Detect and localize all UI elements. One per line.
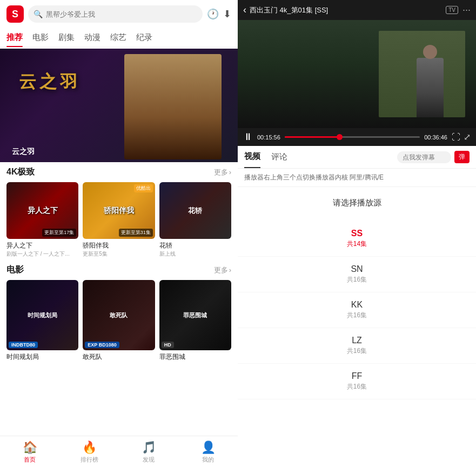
progress-dot (337, 134, 343, 140)
section-movie: 电影 更多 › 时间规划局 INDBTD80 时间规划局 (0, 260, 238, 364)
source-name-ss: SS (351, 229, 363, 238)
bottom-nav: 🏠 首页 🔥 排行榜 🎵 发现 👤 我的 (0, 436, 238, 467)
source-name-lz: LZ (352, 336, 362, 345)
progress-bar[interactable] (285, 136, 420, 138)
card-badge-1: 更新至第17集 (42, 229, 76, 237)
source-item-sn[interactable]: SN 共16集 (238, 257, 476, 292)
nav-discover[interactable]: 🎵 发现 (119, 436, 178, 467)
section-movie-title: 电影 (6, 264, 24, 276)
source-count-lz: 共16集 (347, 346, 367, 356)
nav-tab-variety[interactable]: 综艺 (110, 28, 126, 47)
section-movie-header: 电影 更多 › (6, 264, 231, 276)
search-bar[interactable]: 🔍 (28, 5, 203, 23)
nav-home-label: 首页 (24, 456, 36, 464)
movie-title-2: 敢死队 (83, 352, 155, 362)
source-name-kk: KK (351, 300, 363, 310)
header-icons: 🕐 ⬇ (207, 8, 231, 20)
banner-figure (124, 54, 222, 159)
source-count-kk: 共16集 (347, 311, 367, 320)
movie-badge-3: HD (162, 342, 174, 348)
card-title-1: 异人之下 (6, 241, 78, 250)
card-sub-3: 新上线 (159, 250, 231, 258)
card-sub-1: 剧版一人之下 / 一人之下... (6, 250, 78, 258)
search-icon: 🔍 (33, 10, 43, 18)
time-total: 00:36:46 (424, 134, 447, 141)
video-tabs: 视频 评论 弹 (238, 146, 476, 169)
download-icon[interactable]: ⬇ (223, 8, 231, 20)
fire-icon: 🔥 (82, 441, 97, 455)
video-screen[interactable] (238, 20, 476, 128)
movie-card-gansidui[interactable]: 敢死队 EXP BD1080 敢死队 (83, 280, 155, 362)
app-logo: S (6, 5, 24, 23)
source-item-kk[interactable]: KK 共16集 (238, 292, 476, 328)
nav-tab-drama[interactable]: 剧集 (58, 28, 75, 47)
tab-video[interactable]: 视频 (244, 146, 260, 168)
cards-row-4k: 异人之下 更新至第17集 异人之下 剧版一人之下 / 一人之下... 骄阳伴我 … (6, 182, 231, 258)
banner-chinese-title: 云之羽 (19, 70, 81, 94)
video-scene (238, 20, 476, 128)
right-panel: ‹ 西出玉门 4k_第01集 [SS] TV ··· ⏸ 00:15:56 00… (238, 0, 476, 467)
nav-tab-anime[interactable]: 动漫 (84, 28, 100, 47)
main-banner[interactable]: 云之羽 云之羽 (0, 49, 238, 162)
source-count-ff: 共16集 (347, 382, 367, 391)
tv-badge: TV (446, 6, 458, 14)
movie-badge-1: INDBTD80 (9, 342, 38, 348)
nav-tab-documentary[interactable]: 纪录 (136, 28, 152, 47)
danmu-input[interactable] (397, 151, 451, 163)
source-count-sn: 共16集 (347, 275, 367, 284)
control-icons: ⛶ ⤢ (452, 132, 471, 142)
nav-profile[interactable]: 👤 我的 (178, 436, 238, 467)
video-header-icons: TV ··· (446, 4, 471, 16)
nav-profile-label: 我的 (202, 456, 214, 464)
more-icon[interactable]: ··· (462, 4, 471, 16)
section-movie-more[interactable]: 更多 › (214, 265, 231, 275)
card-yirenzhixia[interactable]: 异人之下 更新至第17集 异人之下 剧版一人之下 / 一人之下... (6, 182, 78, 258)
source-prompt: 请选择播放源 (333, 198, 381, 208)
nav-home[interactable]: 🏠 首页 (0, 436, 59, 467)
fullscreen-icon[interactable]: ⛶ (452, 132, 460, 142)
nav-discover-label: 发现 (143, 456, 155, 464)
source-name-sn: SN (351, 264, 363, 274)
tab-comment[interactable]: 评论 (271, 146, 287, 168)
expand-icon[interactable]: ⤢ (464, 132, 471, 142)
movie-title-3: 罪恶围城 (159, 352, 231, 362)
card-title-2: 骄阳伴我 (83, 241, 155, 250)
danmu-badge[interactable]: 弹 (454, 151, 470, 163)
movie-card-shijian[interactable]: 时间规划局 INDBTD80 时间规划局 (6, 280, 78, 362)
nav-ranking[interactable]: 🔥 排行榜 (59, 436, 119, 467)
source-item-ff[interactable]: FF 共16集 (238, 364, 476, 399)
source-item-ss[interactable]: SS 共14集 (238, 221, 476, 257)
movie-cards-row: 时间规划局 INDBTD80 时间规划局 敢死队 EXP BD1080 敢死队 (6, 280, 231, 362)
source-name-ff: FF (352, 371, 363, 381)
nav-ranking-label: 排行榜 (81, 456, 98, 464)
card-title-3: 花轿 (159, 241, 231, 250)
section-4k-header: 4K极致 更多 › (6, 166, 231, 178)
play-button[interactable]: ⏸ (243, 131, 253, 143)
nav-tabs: 推荐 电影 剧集 动漫 综艺 纪录 (0, 28, 238, 48)
source-item-lz[interactable]: LZ 共16集 (238, 328, 476, 364)
time-current: 00:15:56 (257, 134, 280, 141)
nav-tab-movie[interactable]: 电影 (32, 28, 49, 47)
section-4k-title: 4K极致 (6, 166, 35, 178)
home-icon: 🏠 (23, 441, 37, 455)
section-4k-more[interactable]: 更多 › (214, 168, 231, 177)
danmu-wrap: 弹 (397, 151, 470, 163)
video-controls: ⏸ 00:15:56 00:36:46 ⛶ ⤢ (238, 128, 476, 146)
nav-tab-recommend[interactable]: 推荐 (6, 28, 23, 47)
card-huajiao[interactable]: 花轿 花轿 新上线 (159, 182, 231, 258)
video-header: ‹ 西出玉门 4k_第01集 [SS] TV ··· (238, 0, 476, 20)
progress-fill (285, 136, 343, 138)
movie-title-1: 时间规划局 (6, 352, 78, 362)
history-icon[interactable]: 🕐 (207, 8, 219, 20)
source-select-area: 请选择播放源 SS 共14集 SN 共16集 KK 共16集 LZ 共16集 F… (238, 187, 476, 467)
left-panel: S 🔍 🕐 ⬇ 推荐 电影 剧集 动漫 综艺 纪录 云之羽 云之羽 (0, 0, 238, 467)
movie-card-zuie[interactable]: 罪恶围城 HD 罪恶围城 (159, 280, 231, 362)
card-jiaoyangbanwo[interactable]: 骄阳伴我 优酷出 更新至第31集 骄阳伴我 更新至5集 (83, 182, 155, 258)
card-badge-top-2: 优酷出 (134, 184, 153, 192)
banner-subtitle: 云之羽 (12, 146, 35, 157)
section-4k: 4K极致 更多 › 异人之下 更新至第17集 异人之下 剧版一人之下 / 一人之… (0, 162, 238, 260)
back-button[interactable]: ‹ (243, 4, 246, 16)
app-header: S 🔍 🕐 ⬇ (0, 0, 238, 28)
card-sub-2: 更新至5集 (83, 250, 155, 258)
search-input[interactable] (46, 10, 197, 18)
